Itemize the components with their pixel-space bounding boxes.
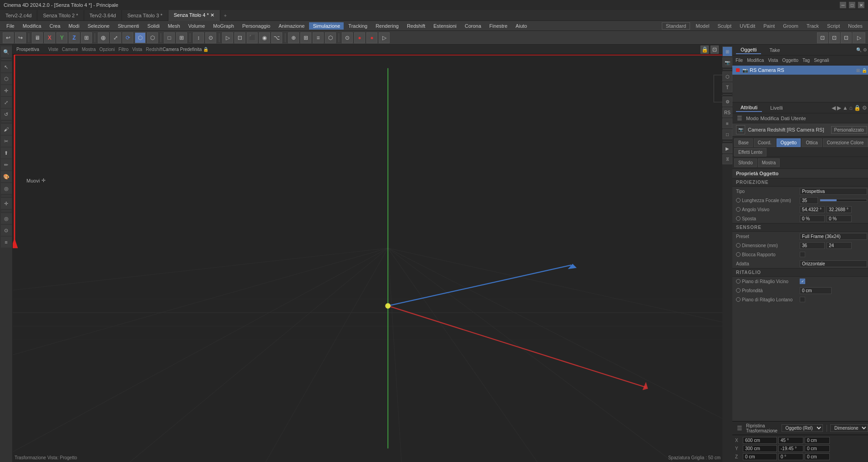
- maximize-button[interactable]: □: [849, 2, 855, 8]
- ri-text[interactable]: T: [722, 82, 732, 92]
- tb-render3[interactable]: ⬛: [247, 32, 258, 43]
- menu-rendering[interactable]: Rendering: [372, 22, 402, 30]
- piano-knob[interactable]: [736, 279, 741, 284]
- menu-estensioni[interactable]: Estensioni: [430, 22, 460, 30]
- focal-knob[interactable]: [736, 198, 741, 203]
- angolo-knob[interactable]: [736, 207, 741, 212]
- ri-take[interactable]: 📷: [722, 57, 732, 67]
- tab-take[interactable]: Take: [765, 46, 784, 54]
- menu-mograph[interactable]: MoGraph: [209, 22, 238, 30]
- add-tab-button[interactable]: +: [220, 13, 230, 18]
- tab-coord[interactable]: Coord.: [754, 138, 776, 147]
- coord-hamburger[interactable]: ☰: [735, 425, 744, 432]
- menu-finestre[interactable]: Finestre: [486, 22, 511, 30]
- hamburger-menu[interactable]: ☰: [735, 115, 744, 122]
- tool-scale2[interactable]: ⤢: [1, 97, 12, 108]
- menu-solidi[interactable]: Solidi: [144, 22, 163, 30]
- attr-settings2[interactable]: ⚙: [862, 105, 867, 111]
- tab-terv2-3[interactable]: Terv2-3.64d: [84, 10, 122, 21]
- tab-senza-titolo-2[interactable]: Senza Titolo 2 *: [37, 10, 84, 21]
- workspace-script[interactable]: Script: [824, 23, 843, 29]
- tb-anim-record2[interactable]: ●: [366, 32, 377, 43]
- blocca-knob[interactable]: [736, 252, 741, 257]
- tool-brush[interactable]: 🖌: [1, 124, 12, 135]
- tipo-value[interactable]: Prospettiva: [800, 188, 867, 195]
- tb-render4[interactable]: ◉: [259, 32, 270, 43]
- blocca-checkbox[interactable]: [800, 252, 805, 257]
- attr-modifica[interactable]: Modifica: [761, 116, 779, 121]
- ri-objects[interactable]: ⊞: [722, 46, 732, 56]
- menu-tracking[interactable]: Tracking: [345, 22, 371, 30]
- tb-snap2[interactable]: ⊞: [300, 32, 311, 43]
- workspace-uvedit[interactable]: UVEdit: [737, 23, 758, 29]
- tab-mostra[interactable]: Mostra: [758, 158, 780, 167]
- tb-anm1[interactable]: ↕: [193, 32, 204, 43]
- menu-redshift[interactable]: Redshift: [403, 22, 429, 30]
- personalizzato-btn[interactable]: Personalizzato: [831, 126, 868, 134]
- tb-render1[interactable]: ▷: [222, 32, 233, 43]
- attr-lock2[interactable]: 🔒: [854, 105, 861, 111]
- dimensione-dropdown[interactable]: Dimensione: [830, 424, 868, 432]
- menu-volume[interactable]: Volume: [185, 22, 209, 30]
- tool-poly-select[interactable]: ⬡: [1, 73, 12, 84]
- tb-render-settings[interactable]: 🖥: [32, 32, 43, 43]
- y-position-input[interactable]: [743, 445, 777, 452]
- menu-simulazione[interactable]: Simulazione: [309, 22, 344, 30]
- tab-attributi[interactable]: Attributi: [736, 104, 762, 112]
- tb-snap1[interactable]: ⊕: [288, 32, 299, 43]
- tb-anim-record[interactable]: ●: [354, 32, 365, 43]
- sposta-value1[interactable]: 0 %: [800, 215, 825, 222]
- ptb-segnali[interactable]: Segnali: [812, 58, 830, 63]
- tab-senza-titolo-4[interactable]: Senza Titolo 4 * ✕: [168, 10, 220, 21]
- ripristina-trasformazione[interactable]: Ripristina Trasformazione: [746, 423, 778, 433]
- tb-layout2[interactable]: ⊡: [829, 32, 840, 43]
- tb-rotate[interactable]: ⟳: [122, 32, 133, 43]
- tool-pen[interactable]: ✏: [1, 159, 12, 170]
- tb-snap3[interactable]: ≡: [313, 32, 324, 43]
- ptb-tag[interactable]: Tag: [801, 58, 811, 63]
- tb-grid[interactable]: ⊞: [176, 32, 187, 43]
- attr-home[interactable]: ⌂: [849, 105, 853, 111]
- attr-dati-utente[interactable]: Dati Utente: [781, 116, 806, 121]
- tool-search[interactable]: 🔍: [1, 46, 12, 57]
- ri-gear[interactable]: ⚙: [722, 96, 732, 107]
- tb-undo[interactable]: ↩: [3, 32, 14, 43]
- z-scale-input[interactable]: [805, 453, 830, 460]
- ri-redshift[interactable]: RS: [722, 107, 732, 117]
- tb-transform[interactable]: ⬡: [135, 32, 146, 43]
- tb-obj-mode[interactable]: □: [164, 32, 175, 43]
- tb-move[interactable]: ⊕: [98, 32, 109, 43]
- tool-muovi[interactable]: ✛: [1, 198, 12, 209]
- pi-search[interactable]: 🔍: [856, 47, 862, 52]
- menu-aiuto[interactable]: Aiuto: [512, 22, 531, 30]
- tool-extra3[interactable]: ≡: [1, 237, 12, 248]
- tb-render-active[interactable]: ▷: [853, 32, 865, 43]
- workspace-groom[interactable]: Groom: [780, 23, 801, 29]
- ptb-file[interactable]: File: [734, 58, 744, 63]
- tb-layout3[interactable]: ⊡: [841, 32, 852, 43]
- tool-knife[interactable]: ✂: [1, 136, 12, 147]
- menu-corona[interactable]: Corona: [461, 22, 485, 30]
- preset-value[interactable]: Full Frame (36x24): [800, 233, 867, 240]
- ri-settings[interactable]: ≡: [722, 118, 732, 128]
- sposta-knob[interactable]: [736, 216, 741, 221]
- viewport[interactable]: Prospettiva Viste Camere Mostra Opzioni …: [13, 45, 722, 462]
- oggetto-rel-dropdown[interactable]: Oggetto (Rel) Mondo Camera: [782, 424, 823, 432]
- ri-layer[interactable]: □: [722, 129, 732, 139]
- viewport-canvas[interactable]: Y Z X Muovi✛ Trasformazione Vista: Proge…: [13, 55, 722, 462]
- y-scale-input[interactable]: [805, 445, 830, 452]
- attr-forward[interactable]: ▶: [837, 105, 841, 111]
- tb-snap4[interactable]: ⬡: [325, 32, 336, 43]
- menu-modi[interactable]: Modi: [65, 22, 83, 30]
- workspace-model[interactable]: Model: [693, 23, 712, 29]
- tab-livelli[interactable]: Livelli: [766, 104, 787, 112]
- tab-ottica[interactable]: Ottica: [802, 138, 822, 147]
- tb-render2[interactable]: ⊡: [234, 32, 245, 43]
- adatta-value[interactable]: Orizzontale: [800, 260, 867, 267]
- ri-video[interactable]: ▶: [722, 143, 732, 153]
- tab-sfondo[interactable]: Sfondo: [734, 158, 757, 167]
- y-rotation-input[interactable]: [778, 445, 803, 452]
- tb-world[interactable]: ⊞: [81, 32, 92, 43]
- tab-base[interactable]: Base: [734, 138, 753, 147]
- menu-modifica[interactable]: Modifica: [19, 22, 45, 30]
